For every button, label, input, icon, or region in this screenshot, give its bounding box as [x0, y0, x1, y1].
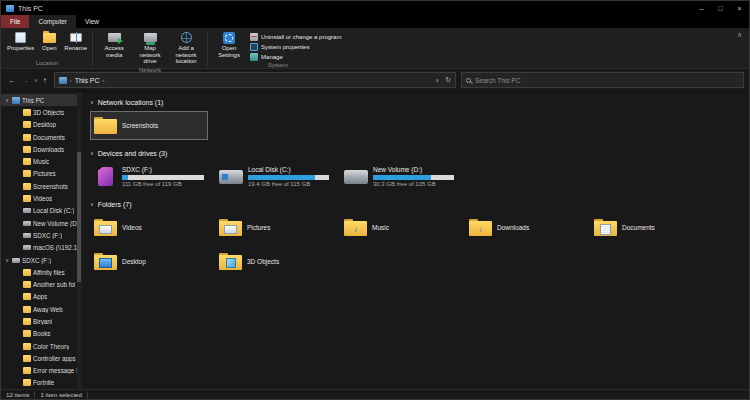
sidebar-item-icon — [23, 121, 31, 128]
up-button[interactable]: ↑ — [43, 76, 47, 85]
expander-icon[interactable]: ∨ — [4, 257, 10, 263]
drive-tile[interactable]: SDXC (F:) 111 GB free of 119 GB — [90, 162, 208, 191]
ribbon-tab-row: File Computer View — [1, 15, 749, 28]
expander-icon[interactable]: ∨ — [4, 97, 10, 103]
ribbon-small-label: System properties — [261, 44, 309, 50]
ribbon-tab[interactable]: Computer — [29, 15, 76, 28]
sidebar-item[interactable]: Videos — [1, 192, 81, 204]
ribbon-button[interactable]: Properties — [5, 30, 36, 59]
sidebar-item[interactable]: Books — [1, 328, 81, 340]
sidebar-item[interactable]: Screenshots — [1, 180, 81, 192]
sidebar-item-icon — [23, 281, 31, 288]
folder-tile[interactable]: Videos — [90, 213, 208, 242]
ribbon-button[interactable]: Rename — [62, 30, 89, 59]
back-button[interactable]: ← — [8, 76, 16, 85]
maximize-button[interactable]: □ — [711, 1, 730, 15]
open-settings-button[interactable]: Open Settings — [211, 30, 247, 61]
sidebar-item-icon — [23, 134, 31, 141]
sidebar-item-label: This PC — [22, 97, 44, 104]
folder-tile[interactable]: Pictures — [215, 213, 333, 242]
sidebar-item[interactable]: Music — [1, 155, 81, 167]
sidebar-item[interactable]: ∨ This PC — [1, 94, 81, 106]
ribbon-small-button[interactable]: System properties — [247, 42, 344, 51]
recent-locations-icon[interactable]: ∨ — [34, 77, 38, 83]
drive-tile[interactable]: New Volume (D:) 30.3 GB free of 105 GB — [340, 162, 458, 191]
sidebar-item-label: Downloads — [33, 146, 64, 153]
ribbon-button-label: Add a network location — [170, 45, 202, 65]
sidebar-item-label: Away Web — [33, 306, 63, 313]
explorer-icon — [6, 5, 14, 12]
ribbon-small-button[interactable]: Uninstall or change a program — [247, 32, 344, 41]
ribbon-button[interactable]: Access media — [96, 30, 132, 66]
sidebar-scrollbar[interactable] — [77, 92, 81, 389]
ribbon-tab[interactable]: File — [1, 15, 29, 28]
status-bar: 12 items 1 item selected — [1, 389, 749, 399]
folder-icon — [94, 253, 117, 270]
folder-tile[interactable]: Desktop — [90, 247, 208, 276]
ribbon-button[interactable]: Add a network location — [168, 30, 204, 66]
section-header[interactable]: ∨ Devices and drives (3) — [90, 147, 741, 159]
sidebar-item[interactable]: Pictures — [1, 168, 81, 180]
drive-name: Local Disk (C:) — [248, 166, 329, 173]
folder-tile[interactable]: Documents — [590, 213, 708, 242]
sidebar-item-icon — [23, 208, 31, 213]
ribbon-tab[interactable]: View — [76, 15, 108, 28]
nav-arrows: ← → ∨ ↑ — [6, 76, 49, 85]
sidebar-item[interactable]: Fortnite — [1, 377, 81, 389]
sidebar-item-label: Desktop — [33, 121, 56, 128]
sidebar-item[interactable]: Downloads — [1, 143, 81, 155]
sidebar-item[interactable]: Another sub fol — [1, 278, 81, 290]
search-input[interactable] — [475, 77, 739, 84]
refresh-icon[interactable]: ↻ — [445, 76, 451, 84]
sidebar-item[interactable]: SDXC (F:) — [1, 229, 81, 241]
group-label-system: System — [211, 61, 344, 70]
folder-tile[interactable]: Music — [340, 213, 458, 242]
sidebar-item[interactable]: Local Disk (C:) — [1, 205, 81, 217]
ribbon-small-icon — [250, 53, 258, 61]
folder-tile[interactable]: Screenshots — [90, 111, 208, 140]
ribbon-button[interactable]: Open — [36, 30, 62, 59]
sidebar-item[interactable]: Color Theory — [1, 340, 81, 352]
ribbon-button[interactable]: Map network drive — [132, 30, 168, 66]
sidebar-item[interactable]: New Volume (D:) — [1, 217, 81, 229]
sidebar-item-icon — [23, 269, 31, 276]
ribbon-small-button[interactable]: Manage — [247, 52, 344, 61]
sidebar-item-icon — [23, 355, 31, 362]
sidebar-item[interactable]: Away Web — [1, 303, 81, 315]
close-button[interactable]: × — [730, 1, 749, 15]
sidebar-item[interactable]: 3D Objects — [1, 106, 81, 118]
section-folders: ∨ Folders (7) Videos Pictures — [90, 198, 741, 276]
section-header[interactable]: ∨ Network locations (1) — [90, 96, 741, 108]
minimize-button[interactable]: – — [692, 1, 711, 15]
capacity-bar-fill — [248, 175, 315, 180]
drive-tile[interactable]: Local Disk (C:) 19.4 GB free of 115 GB — [215, 162, 333, 191]
sidebar-item[interactable]: ∨ SDXC (F:) — [1, 254, 81, 266]
status-divider — [87, 392, 88, 398]
sidebar-item-label: Color Theory — [33, 343, 69, 350]
chevron-down-icon[interactable]: ∨ — [90, 201, 94, 207]
scrollbar-thumb[interactable] — [77, 152, 81, 282]
chevron-down-icon[interactable]: ∨ — [90, 150, 94, 156]
sidebar-item[interactable]: Biryani — [1, 315, 81, 327]
collapse-ribbon-icon[interactable]: ∧ — [737, 31, 742, 39]
sidebar-item[interactable]: Apps — [1, 291, 81, 303]
sidebar-item[interactable]: Controller apps — [1, 352, 81, 364]
capacity-bar-fill — [373, 175, 431, 180]
address-dropdown-icon[interactable]: ∨ — [435, 77, 439, 83]
section-header[interactable]: ∨ Folders (7) — [90, 198, 741, 210]
sidebar-item[interactable]: Error message S — [1, 365, 81, 377]
search-box[interactable] — [461, 72, 744, 88]
forward-button[interactable]: → — [21, 76, 29, 85]
ribbon-button-label: Rename — [64, 45, 87, 52]
tile-label: Documents — [622, 224, 655, 231]
sidebar-item[interactable]: Affinity files — [1, 266, 81, 278]
chevron-down-icon[interactable]: ∨ — [90, 99, 94, 105]
sidebar-item[interactable]: Documents — [1, 131, 81, 143]
sidebar-item-icon — [23, 158, 31, 165]
sidebar-item[interactable]: Desktop — [1, 119, 81, 131]
sidebar-item[interactable]: macOS (\\192.16 — [1, 242, 81, 254]
sidebar-item-icon — [23, 170, 31, 177]
folder-tile[interactable]: Downloads — [465, 213, 583, 242]
breadcrumb-this-pc[interactable]: This PC — [75, 77, 100, 84]
folder-tile[interactable]: 3D Objects — [215, 247, 333, 276]
